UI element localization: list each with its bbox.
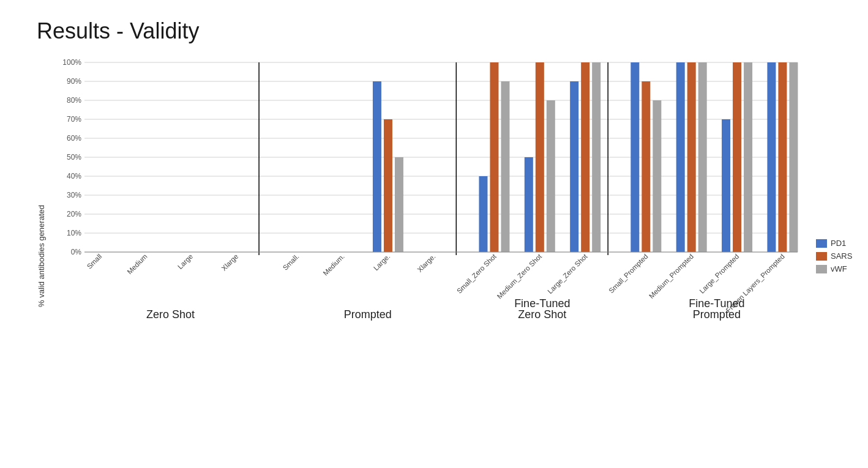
chart-container: 0%10%20%30%40%50%60%70%80%90%100%SmallMe… xyxy=(51,56,864,456)
x-tick-label: Medium. xyxy=(321,253,346,277)
page-title: Results - Validity xyxy=(37,18,856,44)
bar xyxy=(733,62,741,252)
legend-color xyxy=(816,239,827,248)
group-label: Zero Shot xyxy=(146,308,195,321)
group-label: Zero Shot xyxy=(518,308,566,321)
bar xyxy=(653,100,661,252)
bar xyxy=(490,62,498,252)
bar xyxy=(547,100,555,252)
bar xyxy=(395,157,403,252)
bar xyxy=(373,81,381,252)
bar xyxy=(581,62,589,252)
bar xyxy=(767,62,776,252)
svg-text:0%: 0% xyxy=(71,248,82,256)
x-tick-label: Medium_Zero Shot xyxy=(496,252,544,300)
svg-text:50%: 50% xyxy=(67,153,81,162)
legend-item: SARS xyxy=(816,251,852,261)
legend-label: vWF xyxy=(831,264,847,273)
page: Results - Validity % valid antibodies ge… xyxy=(0,0,868,468)
bar xyxy=(778,62,787,252)
x-tick-label: Large. xyxy=(372,253,392,272)
svg-text:20%: 20% xyxy=(67,210,81,218)
legend-item: vWF xyxy=(816,264,852,273)
chart-and-legend: 0%10%20%30%40%50%60%70%80%90%100%SmallMe… xyxy=(51,56,864,456)
group-label: Prompted xyxy=(344,308,392,321)
bar xyxy=(570,81,578,252)
x-tick-label: Large xyxy=(176,253,194,270)
legend-label: SARS xyxy=(831,251,852,261)
bar xyxy=(789,62,798,252)
chart-inner: 0%10%20%30%40%50%60%70%80%90%100%SmallMe… xyxy=(51,56,804,456)
svg-text:80%: 80% xyxy=(67,96,81,105)
x-tick-label: Xlarge. xyxy=(416,253,436,273)
legend-color xyxy=(816,252,827,261)
x-tick-label: Small. xyxy=(282,253,301,272)
bar xyxy=(525,157,533,252)
x-tick-label: Large_Zero Shot xyxy=(546,252,589,295)
svg-text:10%: 10% xyxy=(67,229,81,237)
bar xyxy=(501,81,509,252)
svg-text:60%: 60% xyxy=(67,134,81,143)
legend-item: PD1 xyxy=(816,239,852,248)
bar xyxy=(384,119,392,252)
group-label: Fine-Tuned xyxy=(514,297,570,310)
x-tick-label: Xlarge xyxy=(220,253,240,272)
bar xyxy=(744,62,752,252)
bar xyxy=(479,176,487,252)
x-tick-label: Medium_Prompted xyxy=(648,253,695,300)
chart-svg: 0%10%20%30%40%50%60%70%80%90%100%SmallMe… xyxy=(51,56,804,325)
y-axis-label: % valid antibodies generated xyxy=(37,56,46,456)
x-tick-label: Large_Prompted xyxy=(698,253,740,295)
svg-text:90%: 90% xyxy=(67,77,81,86)
bar xyxy=(536,62,544,252)
bar xyxy=(722,119,730,252)
bar xyxy=(592,62,600,252)
chart-area: % valid antibodies generated 0%10%20%30%… xyxy=(37,56,856,456)
group-label: Fine-Tuned xyxy=(689,297,744,310)
x-tick-label: Small_Prompted xyxy=(607,253,649,295)
svg-text:40%: 40% xyxy=(67,172,81,180)
bar xyxy=(642,81,650,252)
bar xyxy=(676,62,685,252)
x-tick-label: Small xyxy=(86,253,103,270)
legend: PD1SARSvWF xyxy=(816,56,864,456)
bar xyxy=(687,62,696,252)
legend-color xyxy=(816,265,827,273)
svg-text:70%: 70% xyxy=(67,115,81,124)
bar xyxy=(630,62,639,252)
svg-text:30%: 30% xyxy=(67,191,81,199)
bar xyxy=(698,62,707,252)
x-tick-label: Medium xyxy=(125,253,148,275)
x-tick-label: Small_Zero Shot xyxy=(455,252,498,295)
group-label: Prompted xyxy=(693,308,741,321)
svg-text:100%: 100% xyxy=(62,58,81,67)
legend-label: PD1 xyxy=(831,239,846,248)
grid-and-bars: 0%10%20%30%40%50%60%70%80%90%100%SmallMe… xyxy=(51,56,804,456)
